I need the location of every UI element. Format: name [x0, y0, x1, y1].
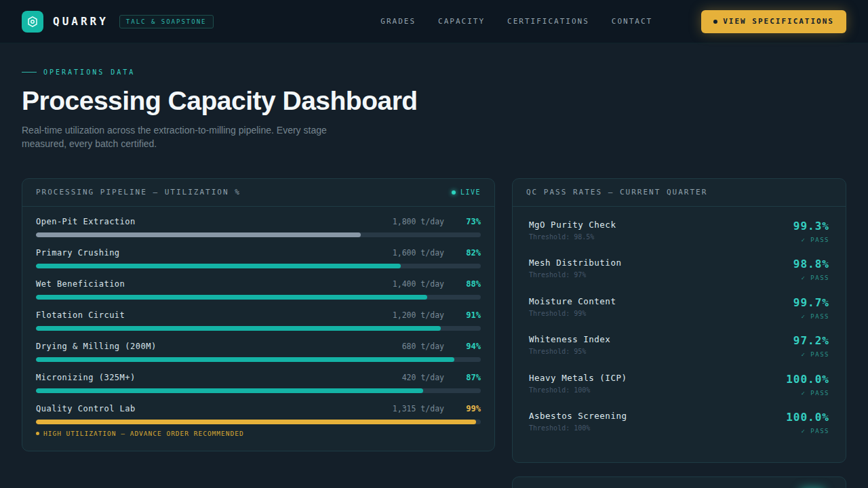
utilization-bar-fill	[36, 264, 401, 268]
nav-link-capacity[interactable]: CAPACITY	[438, 17, 485, 26]
stage-throughput: 680 t/day	[402, 342, 444, 351]
qc-card-title: QC PASS RATES — CURRENT QUARTER	[526, 188, 707, 197]
bullet-dot-icon	[713, 20, 717, 24]
stage-name: Flotation Circuit	[36, 310, 393, 320]
qc-check-threshold: Threshold: 100%	[529, 424, 627, 432]
qc-check-name: Moisture Content	[529, 296, 616, 306]
gem-hexagon-icon	[26, 16, 39, 28]
page-title: Processing Capacity Dashboard	[22, 86, 846, 116]
utilization-bar-track	[36, 420, 481, 424]
live-badge: LIVE	[452, 188, 481, 196]
qc-check-name: MgO Purity Check	[529, 220, 616, 230]
stage-percent: 87%	[458, 373, 481, 382]
qc-check-row: Whiteness Index Threshold: 95% 97.2% ✓ P…	[529, 334, 829, 358]
nav-link-grades[interactable]: GRADES	[380, 17, 416, 26]
nav-links: GRADES CAPACITY CERTIFICATIONS CONTACT	[380, 17, 652, 26]
utilization-bar-track	[36, 388, 481, 393]
stage-name: Drying & Milling (200M)	[36, 342, 402, 351]
qc-pass-badge: ✓ PASS	[793, 237, 829, 243]
utilization-bar-fill	[36, 295, 427, 300]
qc-check-threshold: Threshold: 100%	[529, 386, 627, 394]
qc-check-row: MgO Purity Check Threshold: 98.5% 99.3% …	[529, 220, 829, 243]
overall-batch-pass-rate-card: OVERALL BATCH PASS RATE	[512, 476, 846, 488]
high-utilization-warning: HIGH UTILIZATION — ADVANCE ORDER RECOMME…	[36, 430, 481, 437]
qc-check-value: 97.2%	[793, 334, 829, 347]
qc-check-row: Asbestos Screening Threshold: 100% 100.0…	[529, 411, 829, 434]
qc-check-threshold: Threshold: 99%	[529, 310, 616, 317]
brand-logo-icon[interactable]	[22, 11, 43, 33]
stage-name: Open-Pit Extraction	[36, 217, 393, 226]
warning-dot-icon	[36, 432, 39, 435]
eyebrow: OPERATIONS DATA	[22, 68, 846, 76]
qc-pass-badge: ✓ PASS	[793, 313, 829, 320]
qc-check-threshold: Threshold: 98.5%	[529, 233, 616, 241]
hero-section: OPERATIONS DATA Processing Capacity Dash…	[0, 43, 868, 151]
qc-check-row: Moisture Content Threshold: 99% 99.7% ✓ …	[529, 296, 829, 320]
pipeline-card-title: PROCESSING PIPELINE — UTILIZATION %	[36, 188, 241, 197]
pipeline-stage-row: Flotation Circuit 1,200 t/day 91%	[36, 310, 481, 331]
pipeline-stage-row: Micronizing (325M+) 420 t/day 87%	[36, 373, 481, 393]
live-label: LIVE	[460, 188, 481, 196]
eyebrow-dash	[22, 72, 37, 73]
stage-percent: 99%	[458, 404, 481, 413]
brand-name: QUARRY	[53, 15, 108, 28]
utilization-bar-fill	[36, 388, 423, 393]
top-navigation: QUARRY TALC & SOAPSTONE GRADES CAPACITY …	[0, 0, 868, 43]
qc-card-header: QC PASS RATES — CURRENT QUARTER	[513, 179, 846, 207]
qc-check-value: 99.3%	[793, 220, 829, 232]
stage-throughput: 1,600 t/day	[393, 248, 444, 258]
utilization-bar-fill	[36, 326, 441, 331]
qc-check-value: 100.0%	[786, 411, 829, 424]
qc-pass-badge: ✓ PASS	[793, 351, 829, 358]
stage-percent: 91%	[458, 310, 481, 320]
stage-name: Wet Beneficiation	[36, 279, 393, 289]
qc-check-threshold: Threshold: 95%	[529, 348, 610, 355]
warning-label: HIGH UTILIZATION — ADVANCE ORDER RECOMME…	[43, 430, 244, 437]
qc-check-name: Asbestos Screening	[529, 411, 627, 421]
qc-check-row: Heavy Metals (ICP) Threshold: 100% 100.0…	[529, 373, 829, 396]
stage-name: Micronizing (325M+)	[36, 373, 402, 382]
stage-name: Quality Control Lab	[36, 404, 393, 413]
pipeline-utilization-card: PROCESSING PIPELINE — UTILIZATION % LIVE…	[22, 178, 495, 451]
eyebrow-label: OPERATIONS DATA	[43, 68, 135, 76]
qc-check-value: 100.0%	[786, 373, 829, 386]
pipeline-stage-row: Open-Pit Extraction 1,800 t/day 73%	[36, 217, 481, 237]
pipeline-stage-row: Primary Crushing 1,600 t/day 82%	[36, 248, 481, 268]
live-dot-icon	[452, 190, 456, 195]
qc-check-name: Mesh Distribution	[529, 258, 621, 268]
stage-throughput: 1,200 t/day	[393, 310, 444, 320]
qc-pass-badge: ✓ PASS	[786, 428, 829, 434]
pipeline-stage-row: Quality Control Lab 1,315 t/day 99% HIGH…	[36, 404, 481, 437]
qc-check-name: Whiteness Index	[529, 334, 610, 344]
view-specifications-button[interactable]: VIEW SPECIFICATIONS	[701, 10, 846, 33]
utilization-bar-fill	[36, 232, 361, 237]
utilization-bar-track	[36, 357, 481, 362]
stage-percent: 94%	[458, 342, 481, 351]
brand-badge: TALC & SOAPSTONE	[119, 15, 214, 28]
qc-check-value: 99.7%	[793, 296, 829, 309]
nav-link-contact[interactable]: CONTACT	[612, 17, 652, 26]
dashboard-main: PROCESSING PIPELINE — UTILIZATION % LIVE…	[0, 178, 868, 488]
utilization-bar-track	[36, 264, 481, 268]
stage-throughput: 1,315 t/day	[393, 404, 444, 413]
nav-link-certifications[interactable]: CERTIFICATIONS	[507, 17, 589, 26]
right-column: QC PASS RATES — CURRENT QUARTER MgO Puri…	[512, 178, 846, 488]
pipeline-stage-row: Wet Beneficiation 1,400 t/day 88%	[36, 279, 481, 300]
qc-check-threshold: Threshold: 97%	[529, 271, 621, 279]
utilization-bar-track	[36, 232, 481, 237]
stage-throughput: 1,800 t/day	[393, 217, 444, 226]
utilization-bar-track	[36, 326, 481, 331]
stage-name: Primary Crushing	[36, 248, 393, 258]
pipeline-stage-row: Drying & Milling (200M) 680 t/day 94%	[36, 342, 481, 362]
page-subtitle: Real-time utilization across the extract…	[22, 123, 334, 151]
stage-percent: 88%	[458, 279, 481, 289]
qc-body: MgO Purity Check Threshold: 98.5% 99.3% …	[513, 207, 846, 435]
pipeline-body: Open-Pit Extraction 1,800 t/day 73% Prim…	[22, 207, 494, 437]
utilization-bar-fill	[36, 357, 454, 362]
qc-check-name: Heavy Metals (ICP)	[529, 373, 627, 383]
qc-check-value: 98.8%	[793, 258, 829, 270]
qc-pass-badge: ✓ PASS	[793, 274, 829, 281]
stage-throughput: 420 t/day	[402, 373, 444, 382]
qc-check-row: Mesh Distribution Threshold: 97% 98.8% ✓…	[529, 258, 829, 281]
view-specifications-label: VIEW SPECIFICATIONS	[723, 17, 834, 26]
